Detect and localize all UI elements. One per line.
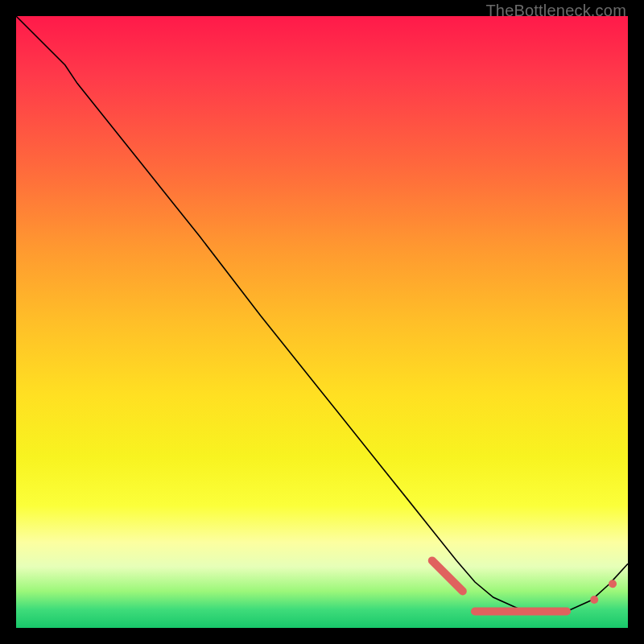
marker-cluster [432,560,463,591]
chart-frame: TheBottleneck.com [0,0,644,644]
bottleneck-curve [16,16,628,612]
curve-group [16,16,628,612]
marker-dot [590,596,598,604]
plot-area [16,16,628,628]
marker-group [432,560,617,611]
chart-svg [16,16,628,628]
marker-dot [609,580,617,588]
attribution-text: TheBottleneck.com [485,2,626,20]
